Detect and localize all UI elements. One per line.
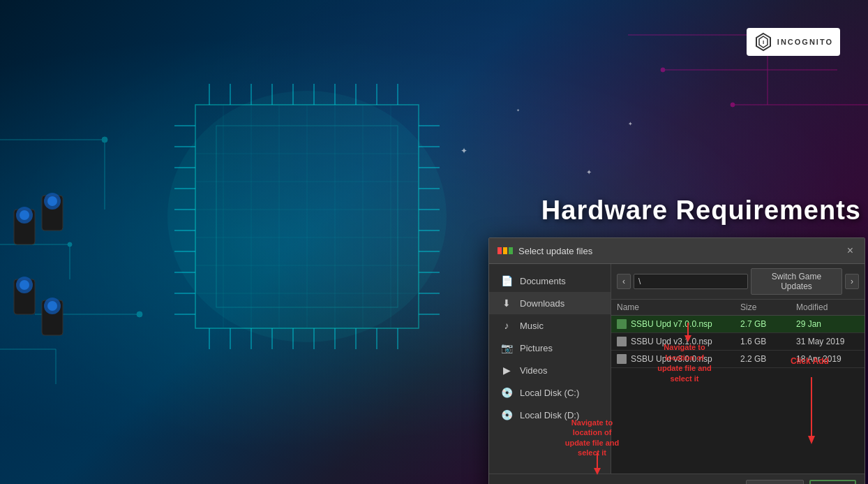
music-icon: ♪: [500, 320, 513, 331]
dialog-window-icon: [497, 247, 513, 254]
file-row[interactable]: SSBU Upd v3.0.0.nsp 2.2 GB 18 Apr 2019: [611, 351, 865, 368]
file-label-2: SSBU Upd v3.0.0.nsp: [631, 354, 712, 364]
sidebar-item-pictures[interactable]: 📷 Pictures: [489, 337, 611, 359]
disk-d-icon: 💿: [500, 409, 513, 420]
file-thumb-0: [617, 319, 627, 329]
logo-icon: I: [754, 32, 773, 52]
svg-marker-93: [594, 468, 601, 475]
annotation-navigate: Navigate to location of update file and …: [562, 418, 622, 457]
dialog-titlebar: Select update files ×: [489, 238, 865, 264]
file-modified-0: 29 Jan: [796, 319, 859, 329]
dialog-footer: Cancel Add: [489, 474, 865, 484]
sidebar-item-music[interactable]: ♪ Music: [489, 314, 611, 337]
file-label-1: SSBU Upd v3.1.0.nsp: [631, 337, 712, 346]
svg-text:I: I: [763, 39, 764, 45]
sidebar-item-downloads[interactable]: ⬇ Downloads: [489, 292, 611, 314]
sidebar-label-pictures: Pictures: [520, 343, 553, 353]
file-dialog: Select update files × 📄 Documents ⬇ Down…: [488, 237, 865, 484]
logo: I INCOGNITO: [747, 28, 840, 56]
path-input[interactable]: [634, 274, 748, 289]
file-name-0: SSBU Upd v7.0.0.nsp: [617, 319, 740, 329]
content-toolbar: ‹ Switch Game Updates ›: [611, 264, 865, 300]
file-modified-2: 18 Apr 2019: [796, 354, 859, 364]
file-list: SSBU Upd v7.0.0.nsp 2.7 GB 29 Jan SSBU U…: [611, 316, 865, 474]
sidebar-item-local-c[interactable]: 💿 Local Disk (C:): [489, 381, 611, 404]
dialog-close-button[interactable]: ×: [844, 244, 856, 258]
cancel-button[interactable]: Cancel: [746, 480, 803, 484]
sidebar-item-videos[interactable]: ▶ Videos: [489, 359, 611, 381]
file-name-1: SSBU Upd v3.1.0.nsp: [617, 337, 740, 346]
file-row[interactable]: SSBU Upd v7.0.0.nsp 2.7 GB 29 Jan: [611, 316, 865, 333]
add-button[interactable]: Add: [809, 480, 856, 484]
file-size-0: 2.7 GB: [740, 319, 796, 329]
header-name: Name: [617, 302, 740, 312]
forward-button[interactable]: ›: [845, 274, 859, 289]
sidebar-label-documents: Documents: [520, 276, 566, 286]
sidebar-label-downloads: Downloads: [520, 298, 564, 309]
file-size-1: 1.6 GB: [740, 337, 796, 346]
file-list-header: Name Size Modified: [611, 300, 865, 316]
file-label-0: SSBU Upd v7.0.0.nsp: [631, 319, 712, 329]
file-row[interactable]: SSBU Upd v3.1.0.nsp 1.6 GB 31 May 2019: [611, 333, 865, 351]
videos-icon: ▶: [500, 365, 513, 376]
pictures-icon: 📷: [500, 342, 513, 353]
file-name-2: SSBU Upd v3.0.0.nsp: [617, 354, 740, 364]
logo-text: INCOGNITO: [777, 38, 833, 46]
dialog-content: ‹ Switch Game Updates › Name Size Modifi…: [611, 264, 865, 474]
dialog-title-left: Select update files: [497, 246, 592, 256]
dialog-title-text: Select update files: [518, 246, 592, 256]
location-button[interactable]: Switch Game Updates: [751, 268, 842, 295]
hero-title: Hardware Requirements: [541, 196, 868, 226]
sidebar-label-videos: Videos: [520, 365, 548, 376]
sidebar-label-music: Music: [520, 321, 544, 331]
sidebar-label-local-c: Local Disk (C:): [520, 388, 579, 398]
header-size: Size: [740, 302, 796, 312]
header-modified: Modified: [796, 302, 859, 312]
file-modified-1: 31 May 2019: [796, 337, 859, 346]
documents-icon: 📄: [500, 275, 513, 286]
disk-c-icon: 💿: [500, 387, 513, 398]
file-thumb-1: [617, 337, 627, 346]
dialog-body: 📄 Documents ⬇ Downloads ♪ Music 📷 Pictur…: [489, 264, 865, 474]
file-thumb-2: [617, 354, 627, 364]
file-size-2: 2.2 GB: [740, 354, 796, 364]
sidebar-item-documents[interactable]: 📄 Documents: [489, 270, 611, 292]
downloads-icon: ⬇: [500, 298, 513, 309]
back-button[interactable]: ‹: [617, 274, 631, 289]
annotation-arrow-navigate: [590, 453, 604, 477]
